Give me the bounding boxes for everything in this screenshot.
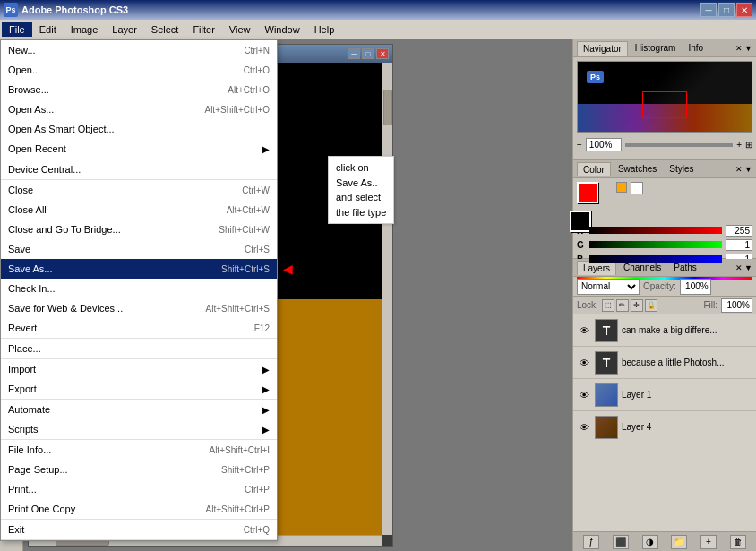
menu-section-automate: Automate▶ Scripts▶ <box>1 400 277 440</box>
menu-open-as[interactable]: Open As...Alt+Shift+Ctrl+O <box>1 99 277 119</box>
layer-delete-button[interactable]: 🗑 <box>730 535 746 549</box>
menu-revert[interactable]: RevertF12 <box>1 318 277 338</box>
menu-window[interactable]: Window <box>258 22 307 37</box>
layer-row[interactable]: 👁 Layer 1 <box>573 379 756 411</box>
tab-info[interactable]: Info <box>683 41 709 55</box>
menu-check-in[interactable]: Check In... <box>1 279 277 298</box>
layers-expand[interactable]: ▼ <box>744 263 752 272</box>
canvas-max[interactable]: □ <box>362 48 374 59</box>
canvas-scrollbar-vertical[interactable] <box>382 63 392 535</box>
layer-visibility-3[interactable]: 👁 <box>577 420 591 435</box>
menu-open[interactable]: Open...Ctrl+O <box>1 60 277 80</box>
tab-histogram[interactable]: Histogram <box>630 41 682 55</box>
menu-edit[interactable]: Edit <box>32 22 64 37</box>
menu-close-bridge[interactable]: Close and Go To Bridge...Shift+Ctrl+W <box>1 220 277 239</box>
web-safe-icon[interactable] <box>631 182 643 194</box>
fill-input[interactable]: 100% <box>721 298 752 313</box>
menu-exit[interactable]: ExitCtrl+Q <box>1 520 277 539</box>
color-swatches-area <box>573 178 756 221</box>
blue-slider[interactable] <box>589 255 722 263</box>
zoom-fit-icon[interactable]: ⊞ <box>745 140 752 150</box>
layer-row[interactable]: 👁 T because a little Photosh... <box>573 347 756 379</box>
menu-filter[interactable]: Filter <box>185 22 221 37</box>
layer-name-1: because a little Photosh... <box>622 357 752 367</box>
menu-print-one[interactable]: Print One CopyAlt+Shift+Ctrl+P <box>1 499 277 519</box>
menu-open-recent[interactable]: Open Recent▶ <box>1 139 277 159</box>
green-value[interactable]: 1 <box>726 239 752 251</box>
background-swatch[interactable] <box>570 211 591 232</box>
color-expand[interactable]: ▼ <box>744 165 752 174</box>
navigator-close[interactable]: ✕ <box>735 44 743 53</box>
layer-row[interactable]: 👁 Layer 4 <box>573 411 756 443</box>
menu-file[interactable]: File <box>2 22 32 37</box>
tab-color[interactable]: Color <box>577 162 611 176</box>
layers-close[interactable]: ✕ <box>735 263 743 272</box>
canvas-close[interactable]: ✕ <box>376 48 389 59</box>
tab-navigator[interactable]: Navigator <box>577 41 628 56</box>
layer-visibility-1[interactable]: 👁 <box>577 356 591 370</box>
menu-section-import-export: Import▶ Export▶ <box>1 359 277 400</box>
menu-automate[interactable]: Automate▶ <box>1 400 277 419</box>
menu-close[interactable]: CloseCtrl+W <box>1 180 277 200</box>
color-warn-area <box>616 182 643 194</box>
close-button[interactable]: ✕ <box>736 3 752 17</box>
zoom-input[interactable]: 100% <box>586 138 622 151</box>
layer-row[interactable]: 👁 T can make a big differe... <box>573 314 756 347</box>
layer-style-button[interactable]: ƒ <box>583 535 599 549</box>
blend-mode-select[interactable]: Normal <box>577 279 640 295</box>
maximize-button[interactable]: □ <box>718 3 735 17</box>
lock-position[interactable]: ✛ <box>631 299 643 312</box>
navigator-expand[interactable]: ▼ <box>744 44 752 53</box>
gamut-warning-icon[interactable] <box>616 182 627 193</box>
menu-save[interactable]: SaveCtrl+S <box>1 239 277 259</box>
menu-device-central[interactable]: Device Central... <box>1 159 277 179</box>
color-close[interactable]: ✕ <box>735 165 743 174</box>
lock-label: Lock: <box>577 300 598 310</box>
tab-paths[interactable]: Paths <box>668 261 702 274</box>
menu-file-info[interactable]: File Info...Alt+Shift+Ctrl+I <box>1 440 277 460</box>
red-value[interactable]: 255 <box>726 225 752 237</box>
lock-pixels[interactable]: ✏ <box>616 299 629 312</box>
green-slider[interactable] <box>589 241 722 248</box>
zoom-out-icon[interactable]: − <box>577 140 582 150</box>
tab-swatches[interactable]: Swatches <box>613 162 662 176</box>
nav-ps-badge: Ps <box>587 71 604 83</box>
menu-save-as[interactable]: Save As... Shift+Ctrl+S ◀ <box>1 259 277 279</box>
menu-place[interactable]: Place... <box>1 339 277 358</box>
lock-all[interactable]: 🔒 <box>645 299 657 312</box>
menu-import[interactable]: Import▶ <box>1 359 277 379</box>
menu-layer[interactable]: Layer <box>105 22 144 37</box>
layer-visibility-0[interactable]: 👁 <box>577 323 591 338</box>
menu-page-setup[interactable]: Page Setup...Shift+Ctrl+P <box>1 460 277 479</box>
menu-view[interactable]: View <box>222 22 258 37</box>
minimize-button[interactable]: ─ <box>700 3 717 17</box>
layer-visibility-2[interactable]: 👁 <box>577 388 591 402</box>
red-slider[interactable] <box>589 227 722 234</box>
title-bar-left: Ps Adobe Photoshop CS3 <box>4 3 128 17</box>
menu-export[interactable]: Export▶ <box>1 379 277 399</box>
menu-scripts[interactable]: Scripts▶ <box>1 419 277 439</box>
menu-new[interactable]: New...Ctrl+N <box>1 40 277 60</box>
tab-styles[interactable]: Styles <box>664 162 699 176</box>
opacity-input[interactable]: 100% <box>680 279 711 295</box>
menu-browse[interactable]: Browse...Alt+Ctrl+O <box>1 80 277 99</box>
layer-mask-button[interactable]: ⬛ <box>613 535 629 549</box>
menu-open-smart[interactable]: Open As Smart Object... <box>1 119 277 139</box>
menu-image[interactable]: Image <box>64 22 106 37</box>
zoom-slider[interactable] <box>625 143 733 147</box>
right-panel: Navigator Histogram Info ✕ ▼ Ps − 100% +… <box>572 39 756 551</box>
layer-new-button[interactable]: + <box>700 535 717 549</box>
menu-select[interactable]: Select <box>144 22 186 37</box>
foreground-swatch[interactable] <box>577 182 598 203</box>
tab-channels[interactable]: Channels <box>618 261 666 274</box>
lock-transparency[interactable]: ⬚ <box>602 299 614 312</box>
menu-help[interactable]: Help <box>307 22 342 37</box>
layer-group-button[interactable]: 📁 <box>671 535 687 549</box>
layer-thumb-3 <box>595 416 618 439</box>
menu-close-all[interactable]: Close AllAlt+Ctrl+W <box>1 200 277 220</box>
layer-adjustment-button[interactable]: ◑ <box>642 535 658 549</box>
menu-save-web[interactable]: Save for Web & Devices...Alt+Shift+Ctrl+… <box>1 298 277 318</box>
zoom-in-icon[interactable]: + <box>736 140 742 150</box>
menu-print[interactable]: Print...Ctrl+P <box>1 479 277 499</box>
canvas-min[interactable]: ─ <box>348 48 360 59</box>
